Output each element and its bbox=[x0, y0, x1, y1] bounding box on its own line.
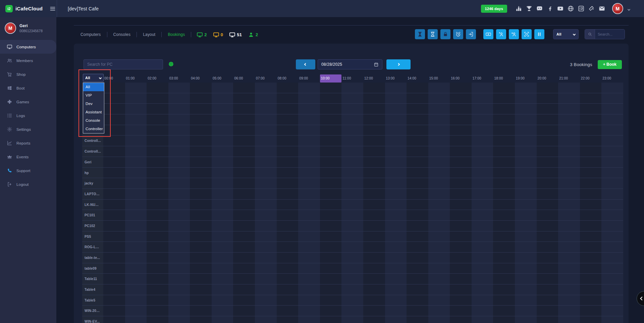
timeslot-cell[interactable] bbox=[363, 93, 385, 104]
timeslot-cell[interactable] bbox=[320, 210, 342, 220]
pc-name[interactable]: hp bbox=[82, 168, 103, 178]
timeslot-cell[interactable] bbox=[385, 274, 407, 284]
timeslot-cell[interactable] bbox=[385, 295, 407, 306]
timeslot-cell[interactable] bbox=[450, 242, 472, 252]
timeslot-cell[interactable] bbox=[147, 200, 168, 210]
timeslot-cell[interactable] bbox=[125, 168, 147, 178]
timeslot-cell[interactable] bbox=[320, 136, 342, 146]
timeslot-cell[interactable] bbox=[212, 178, 233, 189]
timeslot-cell[interactable] bbox=[493, 221, 515, 231]
timeslot-cell[interactable] bbox=[168, 295, 190, 306]
timeslot-cell[interactable] bbox=[168, 231, 190, 242]
timeslot-cell[interactable] bbox=[407, 189, 428, 199]
timeslot-cell[interactable] bbox=[103, 316, 125, 323]
timeslot-cell[interactable] bbox=[515, 178, 537, 189]
timeslot-cell[interactable] bbox=[450, 146, 472, 157]
timeslot-cell[interactable] bbox=[277, 157, 299, 167]
timeslot-cell[interactable] bbox=[103, 242, 125, 252]
timeslot-cell[interactable] bbox=[558, 83, 580, 93]
days-badge[interactable]: 1246 days bbox=[481, 5, 507, 13]
tab-consoles[interactable]: Consoles bbox=[107, 32, 137, 37]
timeslot-cell[interactable] bbox=[320, 168, 342, 178]
timeslot-cell[interactable] bbox=[147, 157, 168, 167]
timeslot-cell[interactable] bbox=[190, 253, 212, 263]
timeslot-cell[interactable] bbox=[103, 253, 125, 263]
timeslot-cell[interactable] bbox=[537, 316, 558, 323]
timeslot-cell[interactable] bbox=[298, 114, 320, 125]
timeslot-cell[interactable] bbox=[212, 114, 233, 125]
timeslot-cell[interactable] bbox=[277, 104, 299, 114]
timeslot-cell[interactable] bbox=[363, 125, 385, 136]
timeslot-cell[interactable] bbox=[255, 231, 277, 242]
timeslot-cell[interactable] bbox=[493, 253, 515, 263]
timeslot-cell[interactable] bbox=[472, 146, 493, 157]
timeslot-cell[interactable] bbox=[515, 189, 537, 199]
timeslot-cell[interactable] bbox=[407, 231, 428, 242]
timeslot-cell[interactable] bbox=[537, 125, 558, 136]
timeslot-cell[interactable] bbox=[450, 136, 472, 146]
timeslot-cell[interactable] bbox=[450, 274, 472, 284]
timeslot-cell[interactable] bbox=[255, 93, 277, 104]
timeslot-cell[interactable] bbox=[212, 316, 233, 323]
timeslot-cell[interactable] bbox=[147, 93, 168, 104]
timeslot-cell[interactable] bbox=[407, 104, 428, 114]
timeslot-cell[interactable] bbox=[190, 210, 212, 220]
timeslot-cell[interactable] bbox=[515, 295, 537, 306]
timeslot-cell[interactable] bbox=[147, 168, 168, 178]
timeslot-cell[interactable] bbox=[125, 284, 147, 295]
timeslot-cell[interactable] bbox=[472, 168, 493, 178]
timeslot-cell[interactable] bbox=[233, 168, 255, 178]
timeslot-cell[interactable] bbox=[580, 93, 602, 104]
timeslot-cell[interactable] bbox=[255, 306, 277, 316]
timeslot-cell[interactable] bbox=[212, 231, 233, 242]
timeslot-cell[interactable] bbox=[385, 157, 407, 167]
timeslot-cell[interactable] bbox=[558, 200, 580, 210]
timeslot-cell[interactable] bbox=[385, 114, 407, 125]
timeslot-cell[interactable] bbox=[580, 242, 602, 252]
timeslot-cell[interactable] bbox=[580, 284, 602, 295]
timeslot-cell[interactable] bbox=[537, 136, 558, 146]
timeslot-cell[interactable] bbox=[537, 83, 558, 93]
timeslot-cell[interactable] bbox=[125, 83, 147, 93]
timeslot-cell[interactable] bbox=[537, 168, 558, 178]
timeslot-cell[interactable] bbox=[558, 253, 580, 263]
timeslot-cell[interactable] bbox=[298, 104, 320, 114]
timeslot-cell[interactable] bbox=[558, 104, 580, 114]
pc-name[interactable]: PC102 bbox=[82, 221, 103, 231]
timeslot-cell[interactable] bbox=[233, 114, 255, 125]
timeslot-cell[interactable] bbox=[407, 284, 428, 295]
timeslot-cell[interactable] bbox=[147, 189, 168, 199]
timeslot-cell[interactable] bbox=[493, 93, 515, 104]
timeslot-cell[interactable] bbox=[407, 253, 428, 263]
timeslot-cell[interactable] bbox=[472, 295, 493, 306]
timeslot-cell[interactable] bbox=[472, 157, 493, 167]
tab-computers[interactable]: Computers bbox=[74, 32, 107, 37]
timeslot-cell[interactable] bbox=[103, 93, 125, 104]
timeslot-cell[interactable] bbox=[407, 306, 428, 316]
timeslot-cell[interactable] bbox=[125, 253, 147, 263]
timeslot-cell[interactable] bbox=[277, 284, 299, 295]
pc-name[interactable]: Controll... bbox=[82, 146, 103, 157]
timeslot-cell[interactable] bbox=[233, 221, 255, 231]
pc-search-input[interactable] bbox=[84, 59, 163, 69]
timeslot-cell[interactable] bbox=[450, 168, 472, 178]
timeslot-cell[interactable] bbox=[515, 104, 537, 114]
timeslot-cell[interactable] bbox=[212, 274, 233, 284]
timeslot-cell[interactable] bbox=[601, 104, 623, 114]
timeslot-cell[interactable] bbox=[341, 231, 363, 242]
timeslot-cell[interactable] bbox=[125, 157, 147, 167]
timeslot-cell[interactable] bbox=[298, 210, 320, 220]
pc-name[interactable]: table09 bbox=[82, 263, 103, 274]
timeslot-cell[interactable] bbox=[320, 231, 342, 242]
timeslot-cell[interactable] bbox=[125, 221, 147, 231]
timeslot-cell[interactable] bbox=[450, 221, 472, 231]
timeslot-cell[interactable] bbox=[168, 274, 190, 284]
next-day-button[interactable] bbox=[386, 59, 411, 69]
timeslot-cell[interactable] bbox=[320, 125, 342, 136]
timeslot-cell[interactable] bbox=[255, 210, 277, 220]
timeslot-cell[interactable] bbox=[147, 295, 168, 306]
timeslot-cell[interactable] bbox=[255, 284, 277, 295]
timeslot-cell[interactable] bbox=[147, 231, 168, 242]
timeslot-cell[interactable] bbox=[450, 189, 472, 199]
timeslot-cell[interactable] bbox=[558, 210, 580, 220]
